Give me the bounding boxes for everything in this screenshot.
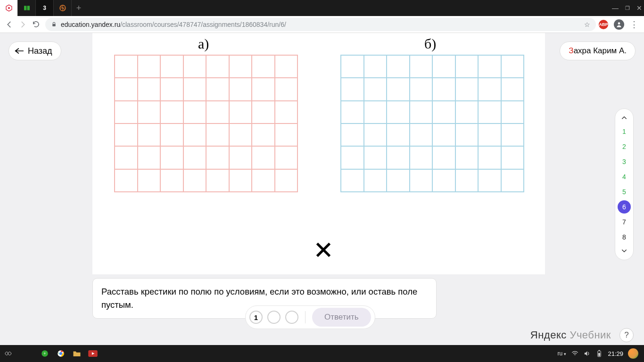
tasknav-item-1[interactable]: 1 xyxy=(618,125,631,138)
arrow-left-icon xyxy=(15,48,24,54)
new-tab-button[interactable]: + xyxy=(72,3,86,13)
basketball-icon xyxy=(59,4,66,12)
omnibox[interactable]: education.yandex.ru/classroom/courses/47… xyxy=(45,18,596,31)
bookmark-star-icon[interactable]: ☆ xyxy=(584,21,590,28)
grid-a-label: а) xyxy=(198,36,209,52)
app-icon: + xyxy=(41,349,49,358)
user-pill[interactable]: Захра Карим А. xyxy=(560,41,636,60)
nav-back-button[interactable] xyxy=(3,18,16,31)
svg-point-10 xyxy=(59,352,62,355)
brand-footer: Яндекс Учебник xyxy=(530,329,611,341)
tasknav-item-3[interactable]: 3 xyxy=(618,155,631,168)
tasknav-item-8[interactable]: 8 xyxy=(618,230,631,244)
tab-3-label: 3 xyxy=(43,5,46,11)
exercise-card: а) б) xyxy=(92,33,545,274)
back-button[interactable]: Назад xyxy=(8,41,61,60)
page-body: Назад Захра Карим А. а) б) xyxy=(0,33,644,345)
svg-text:+: + xyxy=(43,351,46,356)
url-path: /classroom/courses/478747/assignments/18… xyxy=(120,21,286,28)
svg-rect-3 xyxy=(27,6,29,10)
tasknav-item-7[interactable]: 7 xyxy=(618,215,631,229)
x-icon xyxy=(314,240,333,259)
start-button[interactable] xyxy=(0,345,16,362)
cross-marker[interactable] xyxy=(314,240,333,263)
tab-1[interactable] xyxy=(0,0,18,16)
grid-a[interactable] xyxy=(114,55,298,192)
taskbar-files[interactable] xyxy=(69,345,85,362)
user-rest: ахра Карим А. xyxy=(574,46,627,56)
reload-button[interactable] xyxy=(29,18,42,31)
taskbar-youtube[interactable] xyxy=(85,345,101,362)
tasknav-item-5[interactable]: 5 xyxy=(618,185,631,198)
hexagon-icon xyxy=(5,4,13,12)
user-first-letter: З xyxy=(569,46,573,56)
minimize-button[interactable]: ― xyxy=(612,4,619,12)
tray-user-avatar[interactable] xyxy=(628,348,638,359)
restore-button[interactable]: ❐ xyxy=(625,5,630,11)
taskbar-app-1[interactable]: + xyxy=(37,345,53,362)
taskbar-chrome[interactable] xyxy=(53,345,69,362)
chevron-up-icon xyxy=(621,115,627,121)
abp-extension-icon[interactable]: ABP xyxy=(599,20,608,29)
volume-icon[interactable] xyxy=(583,350,591,357)
battery-icon[interactable] xyxy=(595,350,603,357)
answer-button[interactable]: Ответить xyxy=(312,308,371,327)
chevron-down-icon xyxy=(621,247,627,254)
tasknav-item-4[interactable]: 4 xyxy=(618,170,631,183)
svg-point-6 xyxy=(618,22,620,25)
svg-rect-15 xyxy=(598,353,600,356)
step-dot-1[interactable]: 1 xyxy=(249,311,263,324)
arrow-right-icon xyxy=(18,20,27,29)
tasknav-item-2[interactable]: 2 xyxy=(618,140,631,153)
tasknav-up-button[interactable] xyxy=(615,112,633,124)
reload-icon xyxy=(32,20,40,28)
answer-toolbar: 1 Ответить xyxy=(245,305,375,329)
wifi-icon[interactable] xyxy=(571,350,578,357)
arrow-left-icon xyxy=(5,20,14,29)
grid-b-label: б) xyxy=(424,36,436,52)
separator xyxy=(305,311,305,323)
tasknav-down-button[interactable] xyxy=(615,245,633,257)
step-dot-3[interactable] xyxy=(285,311,298,324)
person-icon xyxy=(616,21,622,28)
tasknav-item-6[interactable]: 6 xyxy=(618,200,631,214)
windows-taskbar: + ru ▾ 21:29 xyxy=(0,345,644,362)
svg-rect-14 xyxy=(599,350,600,351)
grid-b[interactable] xyxy=(340,55,524,192)
infinity-icon xyxy=(3,350,13,357)
tab-4[interactable] xyxy=(54,0,72,16)
tab-3[interactable]: 3 xyxy=(36,0,54,16)
browser-menu-button[interactable]: ⋮ xyxy=(630,20,638,29)
lock-icon xyxy=(51,21,57,27)
language-indicator[interactable]: ru ▾ xyxy=(557,350,566,357)
step-dot-2[interactable] xyxy=(267,311,281,324)
task-navigator: 1 2 3 4 5 6 7 8 xyxy=(615,108,634,260)
close-window-button[interactable]: ✕ xyxy=(636,4,642,12)
svg-point-1 xyxy=(8,7,10,9)
profile-avatar-button[interactable] xyxy=(614,19,624,30)
address-bar-row: education.yandex.ru/classroom/courses/47… xyxy=(0,16,644,33)
svg-rect-2 xyxy=(24,6,26,10)
tab-2[interactable] xyxy=(18,0,36,16)
chrome-icon xyxy=(57,349,65,358)
help-button[interactable]: ? xyxy=(619,328,634,342)
brand-strong: Яндекс xyxy=(530,329,567,341)
nav-forward-button[interactable] xyxy=(16,18,29,31)
book-icon xyxy=(23,4,31,12)
svg-rect-5 xyxy=(52,24,56,26)
folder-icon xyxy=(73,350,81,357)
browser-tabstrip: 3 + ― ❐ ✕ xyxy=(0,0,644,16)
taskbar-clock[interactable]: 21:29 xyxy=(608,350,623,357)
back-label: Назад xyxy=(28,46,52,56)
brand-light: Учебник xyxy=(567,329,611,341)
youtube-icon xyxy=(88,350,98,357)
url-host: education.yandex.ru xyxy=(61,21,120,28)
